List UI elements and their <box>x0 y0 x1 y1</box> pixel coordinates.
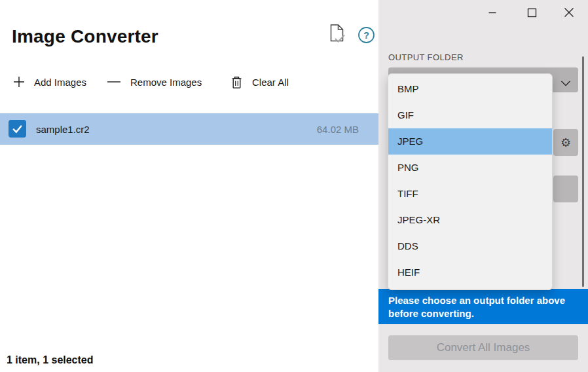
trash-icon <box>230 75 243 89</box>
page-title: Image Converter <box>12 26 158 47</box>
maximize-button[interactable] <box>523 4 540 21</box>
obscured-button-edge[interactable] <box>553 176 578 202</box>
output-folder-label: OUTPUT FOLDER <box>388 52 464 62</box>
format-option-dds[interactable]: DDS <box>388 233 552 259</box>
notice-line-1: Please choose an output folder above <box>388 294 578 307</box>
help-icon[interactable]: ? <box>358 26 375 44</box>
minus-icon <box>107 76 121 88</box>
format-settings-button[interactable]: ⚙ <box>553 129 578 156</box>
file-size: 64.02 MB <box>317 124 359 135</box>
check-icon <box>10 121 25 136</box>
add-images-button[interactable]: Add Images <box>13 73 86 91</box>
format-option-tiff[interactable]: TIFF <box>388 181 552 207</box>
question-glyph: ? <box>363 30 369 41</box>
clear-all-button[interactable]: Clear All <box>230 73 289 91</box>
close-icon <box>564 7 574 18</box>
convert-all-images-button[interactable]: Convert All Images <box>388 335 578 360</box>
remove-images-label: Remove Images <box>130 77 202 88</box>
side-panel: OUTPUT FOLDER ⚙ BMP GIF JPEG PNG TIFF JP… <box>378 0 588 372</box>
minimize-icon <box>488 8 497 17</box>
main-area: Image Converter ? Add Images <box>0 0 378 372</box>
format-option-jpeg[interactable]: JPEG <box>388 128 552 155</box>
file-name: sample1.cr2 <box>36 124 90 135</box>
format-option-jpeg-xr[interactable]: JPEG-XR <box>388 207 552 233</box>
output-folder-notice: Please choose an output folder above bef… <box>378 289 588 324</box>
close-button[interactable] <box>560 4 578 21</box>
file-checkbox[interactable] <box>9 120 26 138</box>
remove-images-button[interactable]: Remove Images <box>107 73 202 91</box>
plus-icon <box>13 76 25 88</box>
add-images-label: Add Images <box>34 77 86 88</box>
gear-icon: ⚙ <box>560 137 571 149</box>
file-list-row[interactable]: sample1.cr2 64.02 MB <box>0 113 378 145</box>
chevron-down-icon <box>560 77 571 89</box>
format-option-png[interactable]: PNG <box>388 155 552 181</box>
panel-scrollbar[interactable] <box>582 56 584 287</box>
clear-all-label: Clear All <box>252 77 289 88</box>
maximize-icon <box>527 8 537 18</box>
minimize-button[interactable] <box>484 4 501 21</box>
format-option-heif[interactable]: HEIF <box>388 259 552 286</box>
format-dropdown-list: BMP GIF JPEG PNG TIFF JPEG-XR DDS HEIF <box>388 73 553 290</box>
format-option-gif[interactable]: GIF <box>388 102 552 128</box>
format-option-bmp[interactable]: BMP <box>388 76 552 102</box>
notice-line-2: before converting. <box>388 307 578 320</box>
document-check-icon[interactable] <box>328 24 346 45</box>
app-window: Image Converter ? Add Images <box>0 0 588 372</box>
status-bar-text: 1 item, 1 selected <box>7 354 94 366</box>
